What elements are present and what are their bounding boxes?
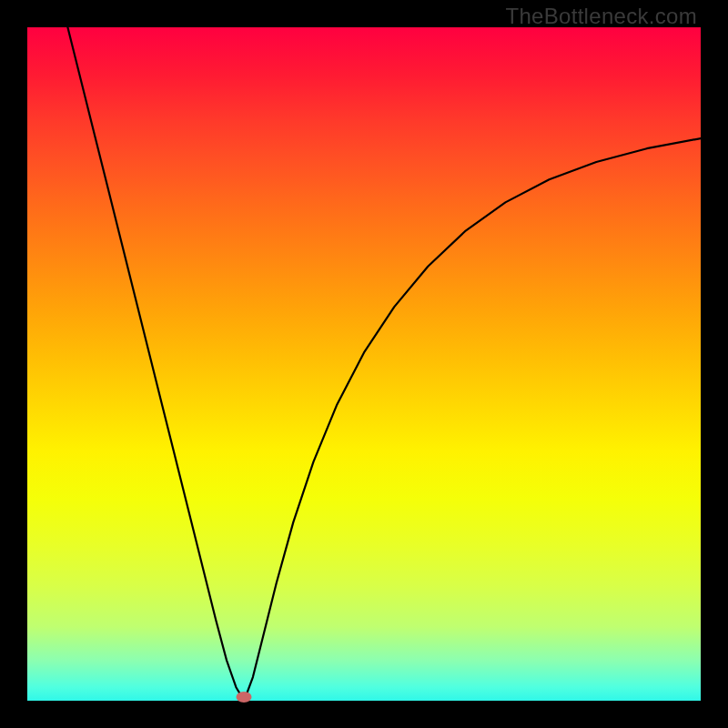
watermark-label: TheBottleneck.com [505,4,697,29]
bottleneck-curve [67,27,701,701]
chart-frame: TheBottleneck.com [0,0,728,728]
optimum-marker [237,692,252,703]
curve-svg [27,27,701,701]
plot-area [27,27,701,701]
